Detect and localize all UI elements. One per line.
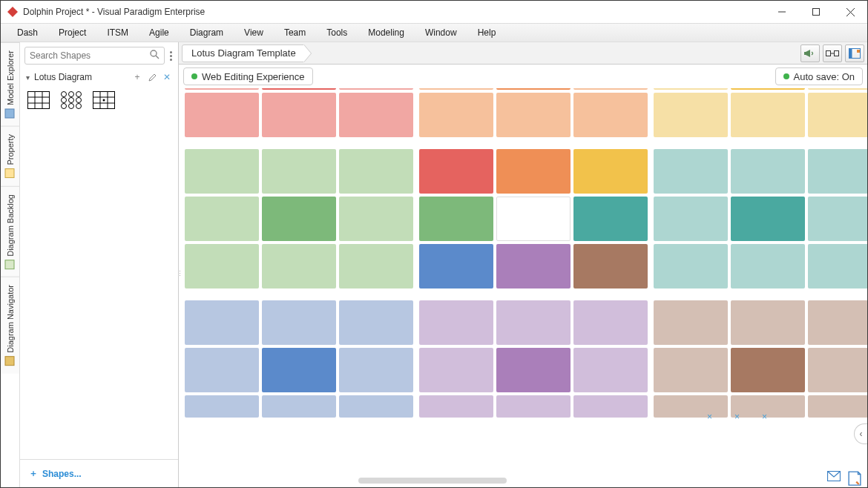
lotus-cell[interactable] xyxy=(808,88,867,90)
lotus-cell[interactable] xyxy=(496,93,571,137)
note-icon[interactable] xyxy=(848,471,861,484)
splitter-handle[interactable]: ⋮ xyxy=(179,265,181,283)
tab-model-explorer[interactable]: Model Explorer xyxy=(1,42,19,126)
lotus-cell[interactable] xyxy=(731,348,805,392)
horizontal-scrollbar[interactable] xyxy=(179,477,852,484)
lotus-cell[interactable] xyxy=(573,88,648,90)
lotus-cell[interactable] xyxy=(419,244,493,288)
lotus-cell[interactable] xyxy=(185,348,259,392)
lotus-cell[interactable] xyxy=(339,149,413,194)
lotus-cell[interactable] xyxy=(808,149,867,194)
lotus-cell[interactable] xyxy=(419,300,493,345)
lotus-cell[interactable] xyxy=(654,88,728,90)
lotus-cell[interactable] xyxy=(731,244,805,288)
lotus-cell[interactable] xyxy=(339,395,413,418)
lotus-cell[interactable] xyxy=(339,197,413,241)
menu-dash[interactable]: Dash xyxy=(7,23,48,42)
lotus-cell[interactable] xyxy=(419,197,493,241)
menu-diagram[interactable]: Diagram xyxy=(180,23,234,42)
menu-itsm[interactable]: ITSM xyxy=(96,23,139,42)
lotus-cell[interactable] xyxy=(731,149,805,194)
stencil-header[interactable]: ▾ Lotus Diagram + ✕ xyxy=(20,67,178,87)
lotus-cell[interactable] xyxy=(185,88,259,90)
lotus-cell[interactable] xyxy=(731,88,805,90)
tab-diagram-navigator[interactable]: Diagram Navigator xyxy=(1,277,19,374)
lotus-cell[interactable] xyxy=(573,197,648,241)
search-field[interactable] xyxy=(30,50,150,61)
menu-agile[interactable]: Agile xyxy=(139,23,180,42)
lotus-cell[interactable] xyxy=(808,348,867,392)
lotus-cell[interactable] xyxy=(573,300,648,345)
autosave-pill[interactable]: Auto save: On xyxy=(775,67,863,85)
lotus-cell[interactable] xyxy=(339,300,413,345)
edit-stencil-button[interactable] xyxy=(147,72,157,82)
lotus-cell[interactable] xyxy=(808,244,867,288)
minimize-button[interactable] xyxy=(765,1,799,23)
shapes-footer-button[interactable]: ＋ Shapes... xyxy=(20,459,178,487)
lotus-cell[interactable] xyxy=(339,88,413,90)
lotus-cell[interactable] xyxy=(808,197,867,241)
menu-tools[interactable]: Tools xyxy=(316,23,358,42)
lotus-cell[interactable] xyxy=(573,93,648,137)
lotus-cell[interactable] xyxy=(496,395,571,418)
lotus-cell[interactable] xyxy=(654,149,728,194)
toolbar-panel-button[interactable] xyxy=(845,44,864,62)
lotus-cell[interactable] xyxy=(808,93,867,137)
lotus-cell[interactable] xyxy=(262,197,336,241)
lotus-cell[interactable] xyxy=(496,88,571,90)
add-stencil-button[interactable]: + xyxy=(132,72,142,82)
lotus-grid[interactable] xyxy=(185,88,867,418)
menu-team[interactable]: Team xyxy=(274,23,316,42)
lotus-cell[interactable] xyxy=(185,300,259,345)
lotus-cell[interactable] xyxy=(654,244,728,288)
lotus-cell[interactable] xyxy=(573,348,648,392)
close-button[interactable] xyxy=(833,1,867,23)
expand-right-button[interactable]: ‹ xyxy=(854,423,867,444)
lotus-cell[interactable] xyxy=(731,93,805,137)
lotus-cell[interactable] xyxy=(262,300,336,345)
lotus-cell[interactable] xyxy=(496,197,571,241)
lotus-cell[interactable] xyxy=(654,93,728,137)
tab-diagram-backlog[interactable]: Diagram Backlog xyxy=(1,186,19,277)
lotus-cell[interactable] xyxy=(419,88,493,90)
status-pill[interactable]: Web Editing Experience xyxy=(183,67,313,85)
lotus-cell[interactable] xyxy=(185,395,259,418)
lotus-cell[interactable] xyxy=(262,88,336,90)
lotus-cell[interactable] xyxy=(262,149,336,194)
lotus-cell[interactable] xyxy=(654,348,728,392)
lotus-cell[interactable] xyxy=(573,395,648,418)
lotus-cell[interactable] xyxy=(339,93,413,137)
close-stencil-button[interactable]: ✕ xyxy=(162,72,172,82)
lotus-cell[interactable] xyxy=(262,244,336,288)
lotus-cell[interactable] xyxy=(262,348,336,392)
shape-circles-3x3[interactable] xyxy=(59,90,84,111)
menu-help[interactable]: Help xyxy=(467,23,507,42)
lotus-cell[interactable] xyxy=(496,300,571,345)
tab-property[interactable]: Property xyxy=(1,126,19,186)
lotus-cell[interactable] xyxy=(419,395,493,418)
panel-menu-button[interactable] xyxy=(168,51,174,61)
lotus-cell[interactable] xyxy=(496,149,571,194)
selection-handle[interactable]: × × × xyxy=(707,412,767,422)
lotus-cell[interactable] xyxy=(339,244,413,288)
lotus-cell[interactable] xyxy=(573,149,648,194)
mail-icon[interactable] xyxy=(827,471,841,484)
menu-project[interactable]: Project xyxy=(48,23,96,42)
lotus-cell[interactable] xyxy=(496,348,571,392)
menu-view[interactable]: View xyxy=(234,23,274,42)
breadcrumb[interactable]: Lotus Diagram Template xyxy=(182,44,304,62)
shape-grid-dot[interactable] xyxy=(91,90,116,111)
lotus-cell[interactable] xyxy=(185,197,259,241)
lotus-cell[interactable] xyxy=(185,149,259,194)
toolbar-announce-button[interactable] xyxy=(800,44,820,62)
lotus-cell[interactable] xyxy=(654,300,728,345)
diagram-canvas[interactable]: ⋮ × × × ‹ xyxy=(179,88,867,487)
maximize-button[interactable] xyxy=(799,1,833,23)
menu-window[interactable]: Window xyxy=(415,23,467,42)
lotus-cell[interactable] xyxy=(262,395,336,418)
lotus-cell[interactable] xyxy=(496,244,571,288)
menu-modeling[interactable]: Modeling xyxy=(358,23,415,42)
lotus-cell[interactable] xyxy=(185,93,259,137)
lotus-cell[interactable] xyxy=(419,149,493,194)
lotus-cell[interactable] xyxy=(573,244,648,288)
